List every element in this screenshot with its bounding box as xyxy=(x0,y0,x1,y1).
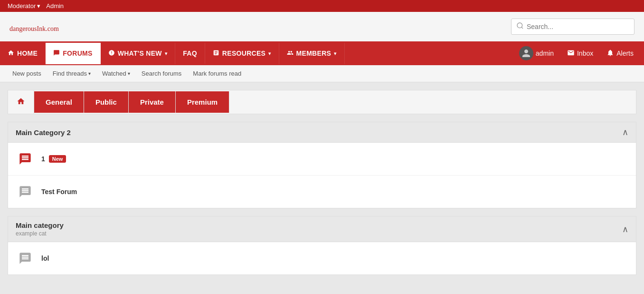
forum-num-1: 1 xyxy=(41,155,45,163)
forum-tab-general[interactable]: General xyxy=(34,91,84,113)
forum-row-test[interactable]: Test Forum xyxy=(8,176,636,208)
sub-nav-find-threads[interactable]: Find threads ▾ xyxy=(48,65,95,82)
forum-tab-premium[interactable]: Premium xyxy=(176,91,229,113)
site-logo[interactable]: dangerousInk.com xyxy=(9,19,59,34)
nav-members-label: MEMBERS xyxy=(296,49,331,57)
forum-tab-public[interactable]: Public xyxy=(84,91,129,113)
watched-chevron: ▾ xyxy=(128,71,130,76)
sub-nav-watched[interactable]: Watched ▾ xyxy=(97,65,135,82)
resources-chevron: ▾ xyxy=(268,51,271,56)
inbox-label: Inbox xyxy=(577,49,593,57)
svg-line-1 xyxy=(521,27,523,29)
sub-nav-search-forums[interactable]: Search forums xyxy=(137,65,187,82)
nav-item-forums[interactable]: FORUMS xyxy=(46,43,100,64)
general-tab-label: General xyxy=(46,98,72,106)
nav-item-faq[interactable]: FAQ xyxy=(175,43,205,64)
category-main-category: Main category example cat ∧ lol xyxy=(8,216,636,275)
forum-nav-icon xyxy=(53,49,60,58)
moderator-chevron: ▾ xyxy=(37,2,40,10)
forum-title-test: Test Forum xyxy=(41,188,77,196)
category-header-main: Main category example cat ∧ xyxy=(8,216,636,242)
category-title-2: Main Category 2 xyxy=(16,128,71,137)
forum-icon-inactive xyxy=(16,182,35,201)
category-main-category-2: Main Category 2 ∧ 1 New Test Forum xyxy=(8,122,636,208)
sub-nav-mark-read[interactable]: Mark forums read xyxy=(188,65,246,82)
logo-bar: dangerousInk.com xyxy=(0,12,644,41)
alerts-label: Alerts xyxy=(616,49,634,57)
forum-tab-private[interactable]: Private xyxy=(129,91,176,113)
admin-link[interactable]: Admin xyxy=(46,2,64,10)
avatar xyxy=(519,46,533,60)
alerts-link[interactable]: Alerts xyxy=(601,44,639,63)
find-threads-chevron: ▾ xyxy=(88,71,91,76)
moderator-label: Moderator xyxy=(8,2,36,10)
logo-main-text: dangerousInk xyxy=(9,25,46,32)
premium-tab-label: Premium xyxy=(187,98,218,106)
forum-row-lol[interactable]: lol xyxy=(8,242,636,274)
content-area: General Public Private Premium Main Cate… xyxy=(0,82,644,290)
forum-icon-active xyxy=(16,149,35,168)
forum-tab-home[interactable] xyxy=(8,90,34,114)
nav-item-whats-new[interactable]: WHAT'S NEW ▾ xyxy=(101,43,175,64)
logo-suffix: .com xyxy=(46,25,59,32)
lol-label: lol xyxy=(41,255,49,262)
whats-new-chevron: ▾ xyxy=(165,51,167,56)
nav-right: admin Inbox Alerts xyxy=(513,41,644,65)
home-tab-icon xyxy=(17,99,25,107)
resources-icon xyxy=(213,49,219,58)
nav-forums-label: FORUMS xyxy=(63,49,92,57)
main-nav: HOME FORUMS WHAT'S NEW ▾ FAQ RESOURCES xyxy=(0,41,644,65)
moderator-link[interactable]: Moderator ▾ xyxy=(8,2,40,10)
search-icon xyxy=(516,22,524,31)
user-label: admin xyxy=(536,49,554,57)
user-avatar-link[interactable]: admin xyxy=(513,41,559,65)
sub-nav-new-posts[interactable]: New posts xyxy=(8,65,46,82)
public-tab-label: Public xyxy=(95,98,117,106)
new-badge: New xyxy=(49,155,66,163)
forum-icon-lol xyxy=(16,249,35,268)
forum-title-lol: lol xyxy=(41,255,49,262)
collapse-btn-2[interactable]: ∧ xyxy=(622,127,628,137)
admin-label: Admin xyxy=(46,2,64,10)
nav-item-home[interactable]: HOME xyxy=(0,43,46,64)
sub-nav: New posts Find threads ▾ Watched ▾ Searc… xyxy=(0,65,644,82)
collapse-btn-main[interactable]: ∧ xyxy=(622,224,628,235)
inbox-link[interactable]: Inbox xyxy=(561,44,599,63)
private-tab-label: Private xyxy=(140,98,164,106)
nav-whats-new-label: WHAT'S NEW xyxy=(118,49,162,57)
category-header-2: Main Category 2 ∧ xyxy=(8,122,636,143)
test-forum-label: Test Forum xyxy=(41,188,77,196)
nav-item-resources[interactable]: RESOURCES ▾ xyxy=(205,43,279,64)
nav-home-label: HOME xyxy=(17,49,38,57)
forum-row-1[interactable]: 1 New xyxy=(8,143,636,176)
faq-label: FAQ xyxy=(183,49,197,57)
svg-point-0 xyxy=(517,23,522,28)
search-box[interactable] xyxy=(511,19,635,35)
forum-tabs: General Public Private Premium xyxy=(8,90,636,114)
search-input[interactable] xyxy=(527,23,629,30)
inbox-icon xyxy=(567,49,575,58)
alerts-icon xyxy=(606,49,614,58)
main-nav-left: HOME FORUMS WHAT'S NEW ▾ FAQ RESOURCES xyxy=(0,43,345,64)
category-title-main: Main category example cat xyxy=(16,221,64,237)
members-icon xyxy=(287,49,294,58)
home-icon xyxy=(8,49,14,58)
nav-item-members[interactable]: MEMBERS ▾ xyxy=(279,43,345,64)
nav-resources-label: RESOURCES xyxy=(222,49,265,57)
admin-bar: Moderator ▾ Admin xyxy=(0,0,644,12)
whats-new-icon xyxy=(108,49,115,58)
members-chevron: ▾ xyxy=(334,51,336,56)
forum-title-1: 1 New xyxy=(41,155,66,163)
